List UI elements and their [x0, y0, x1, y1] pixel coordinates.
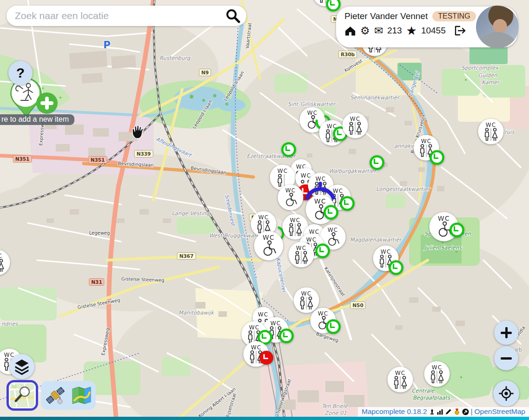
home-icon[interactable]: [344, 25, 356, 36]
svg-text:WC: WC: [432, 364, 443, 371]
svg-text:WC: WC: [318, 310, 329, 317]
toilet-marker[interactable]: WC: [288, 242, 314, 268]
opening-hours-open-badge[interactable]: [430, 150, 444, 165]
background-osm-selected-button[interactable]: [7, 380, 38, 411]
svg-text:WC: WC: [395, 370, 406, 376]
stacked-layers-icon: [12, 357, 32, 376]
opening-hours-open-badge[interactable]: [389, 260, 403, 275]
svg-text:WC: WC: [290, 217, 301, 223]
zoom-in-button[interactable]: [494, 321, 518, 345]
svg-text:WC: WC: [263, 234, 275, 241]
svg-text:WC: WC: [438, 215, 450, 222]
selected-marker-arc[interactable]: [304, 182, 337, 201]
toilet-marker[interactable]: WC: [0, 249, 10, 276]
background-satellite-button[interactable]: [43, 383, 67, 407]
svg-text:WC: WC: [258, 214, 269, 221]
background-layer-chooser: [7, 380, 96, 411]
geolocate-button[interactable]: [493, 381, 519, 407]
svg-text:WC: WC: [301, 290, 312, 297]
svg-text:WC: WC: [316, 176, 326, 182]
help-button[interactable]: ?: [8, 61, 33, 85]
settings-gear-icon[interactable]: ⚙: [360, 26, 370, 36]
avatar[interactable]: [476, 6, 519, 48]
crosshair-icon: [496, 383, 517, 404]
svg-text:WC: WC: [296, 245, 307, 251]
attribution-separator: |: [471, 407, 473, 416]
opening-hours-open-badge[interactable]: [370, 155, 384, 170]
svg-text:WC: WC: [328, 227, 338, 233]
search-input[interactable]: [14, 10, 225, 22]
opening-hours-open-badge[interactable]: [279, 328, 294, 343]
add-item-tooltip: re to add a new item: [0, 114, 74, 125]
svg-text:WC: WC: [486, 122, 496, 128]
user-name[interactable]: Pieter Vander Vennet: [344, 11, 428, 21]
circle-arrow-icon[interactable]: [462, 408, 469, 415]
search-icon[interactable]: [225, 8, 241, 24]
attribution-bar: Mapcomplete 0.18.2 | OpenStreetMap: [358, 407, 529, 417]
changesets-count: 10455: [421, 26, 446, 36]
opening-hours-open-badge[interactable]: [324, 205, 338, 220]
logout-icon[interactable]: [454, 25, 466, 36]
messages-envelope-icon[interactable]: ✉: [374, 26, 383, 36]
user-panel: Pieter Vander Vennet TESTING ⚙ ✉ 213 ★ 1…: [336, 7, 517, 47]
svg-text:WC: WC: [381, 249, 391, 255]
opening-hours-open-badge[interactable]: [450, 223, 464, 237]
folded-map-icon: [69, 383, 93, 407]
wheelchair-toilet-marker[interactable]: WC: [254, 231, 284, 261]
toilet-marker[interactable]: WC: [387, 367, 413, 393]
background-map-button[interactable]: [69, 383, 93, 407]
svg-text:WC: WC: [251, 344, 262, 351]
opening-hours-closed-badge[interactable]: [259, 350, 274, 365]
changesets-star-icon[interactable]: ★: [406, 25, 417, 37]
svg-text:WC: WC: [278, 168, 288, 174]
statue-icon[interactable]: [429, 408, 435, 415]
toilet-marker[interactable]: WC: [424, 361, 450, 387]
marker-layer: WC WC WC WC WC WC WC W: [0, 0, 529, 420]
openstreetmap-link[interactable]: OpenStreetMap: [475, 407, 525, 416]
messages-count: 213: [387, 26, 402, 36]
layers-button[interactable]: [9, 354, 34, 379]
opening-hours-open-badge[interactable]: [281, 142, 296, 157]
search-bar: [7, 6, 246, 26]
svg-text:WC: WC: [271, 320, 281, 327]
mapcomplete-app: Brugge-Sint-PietersRustenburgSint-Gillis…: [0, 0, 529, 420]
toilet-marker[interactable]: WC: [478, 118, 504, 144]
grab-hand-icon: [130, 124, 147, 142]
opening-hours-open-badge[interactable]: [340, 196, 355, 211]
opening-hours-open-badge[interactable]: [315, 243, 330, 258]
help-question-label: ?: [16, 65, 25, 81]
svg-text:WC: WC: [285, 187, 296, 194]
svg-text:WC: WC: [421, 138, 432, 144]
bar-chart-icon[interactable]: [437, 408, 443, 415]
opening-hours-open-badge[interactable]: [326, 319, 341, 334]
bottom-accent-bar: [0, 417, 529, 420]
testing-badge: TESTING: [432, 11, 476, 21]
svg-text:WC: WC: [350, 116, 361, 122]
zoom-out-button[interactable]: [494, 346, 518, 370]
medal-icon[interactable]: [454, 408, 460, 415]
mapcomplete-version-link[interactable]: Mapcomplete 0.18.2: [362, 407, 427, 416]
wheelchair-toilet-marker[interactable]: WC: [278, 184, 304, 210]
plus-icon: [501, 332, 512, 334]
opening-hours-open-badge[interactable]: [326, 0, 341, 12]
minus-icon: [501, 357, 512, 360]
toilet-marker[interactable]: WC: [342, 112, 368, 138]
svg-text:WC: WC: [0, 253, 2, 259]
pencil-icon[interactable]: [445, 408, 452, 415]
